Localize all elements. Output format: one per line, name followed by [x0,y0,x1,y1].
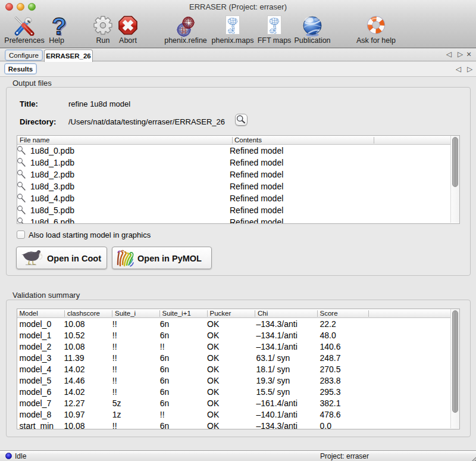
svg-text:?: ? [52,15,66,36]
